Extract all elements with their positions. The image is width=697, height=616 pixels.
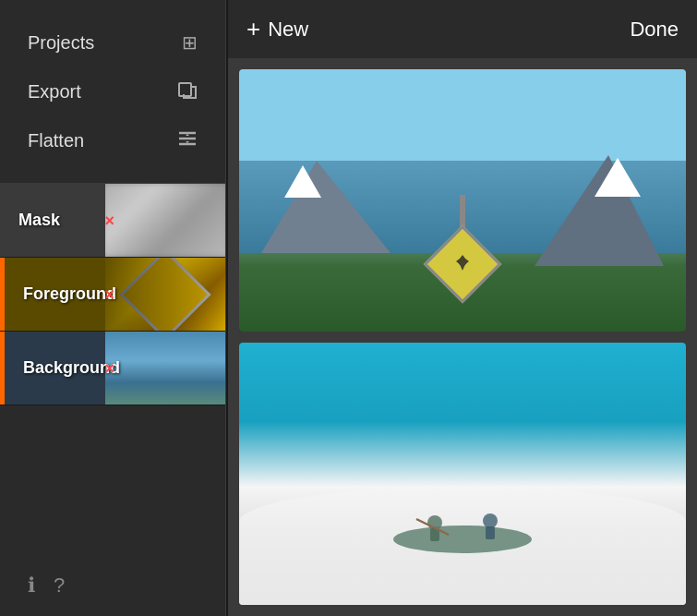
foreground-thumbnail-image — [105, 258, 225, 331]
svg-rect-0 — [179, 83, 191, 96]
menu-label-export: Export — [28, 81, 81, 103]
help-icon[interactable]: ? — [54, 574, 65, 598]
flatten-icon — [177, 130, 198, 151]
background-thumbnail-image — [105, 332, 225, 405]
project-card-boat — [239, 343, 686, 605]
mountain-left — [261, 161, 391, 253]
boat-silhouette — [379, 502, 546, 539]
project-image-mountains — [239, 69, 686, 332]
sign-decoration — [120, 258, 211, 331]
sign-diamond — [424, 225, 502, 304]
menu-section: Projects ⊞ Export Flatten — [0, 0, 225, 184]
snow-right — [595, 158, 641, 197]
projects-icon: ⊞ — [182, 31, 198, 54]
mask-thumbnail-image — [105, 184, 225, 257]
new-plus-icon: + — [246, 15, 260, 43]
background-close-button[interactable]: × — [104, 358, 114, 378]
svg-rect-18 — [486, 526, 495, 539]
project-image-boat — [239, 343, 686, 605]
menu-label-projects: Projects — [28, 32, 94, 54]
mask-thumbnail — [105, 184, 225, 257]
done-label: Done — [630, 18, 679, 41]
layer-mask[interactable]: Mask × — [0, 184, 225, 258]
foreground-label: Foreground — [5, 284, 116, 304]
foreground-thumbnail — [105, 258, 225, 331]
layer-foreground[interactable]: Foreground × — [0, 258, 225, 332]
svg-point-17 — [483, 513, 498, 528]
snow-left — [284, 165, 321, 198]
done-button[interactable]: Done — [630, 18, 679, 42]
svg-point-13 — [393, 525, 532, 553]
new-button[interactable]: + New — [246, 15, 308, 43]
layers-section: Mask × Foreground × Background × — [0, 184, 225, 555]
export-icon — [177, 79, 198, 104]
mask-label: Mask — [0, 211, 60, 230]
layer-background[interactable]: Background × — [0, 332, 225, 405]
project-card-mountains — [239, 69, 686, 332]
projects-grid — [228, 58, 697, 616]
info-icon[interactable]: ℹ — [28, 574, 35, 598]
background-label: Background — [5, 358, 120, 378]
menu-item-export[interactable]: Export — [0, 66, 225, 117]
menu-item-flatten[interactable]: Flatten — [0, 117, 225, 164]
new-label: New — [268, 18, 308, 42]
road-sign — [435, 195, 490, 292]
menu-item-projects[interactable]: Projects ⊞ — [0, 18, 225, 66]
foreground-close-button[interactable]: × — [104, 284, 114, 304]
menu-label-flatten: Flatten — [28, 130, 84, 151]
bottom-icons: ℹ ? — [0, 555, 225, 616]
right-header: + New Done — [228, 0, 697, 58]
background-thumbnail — [105, 332, 225, 405]
left-panel: Projects ⊞ Export Flatten — [0, 0, 226, 616]
right-panel: + New Done — [228, 0, 697, 616]
mask-close-button[interactable]: × — [104, 211, 114, 230]
